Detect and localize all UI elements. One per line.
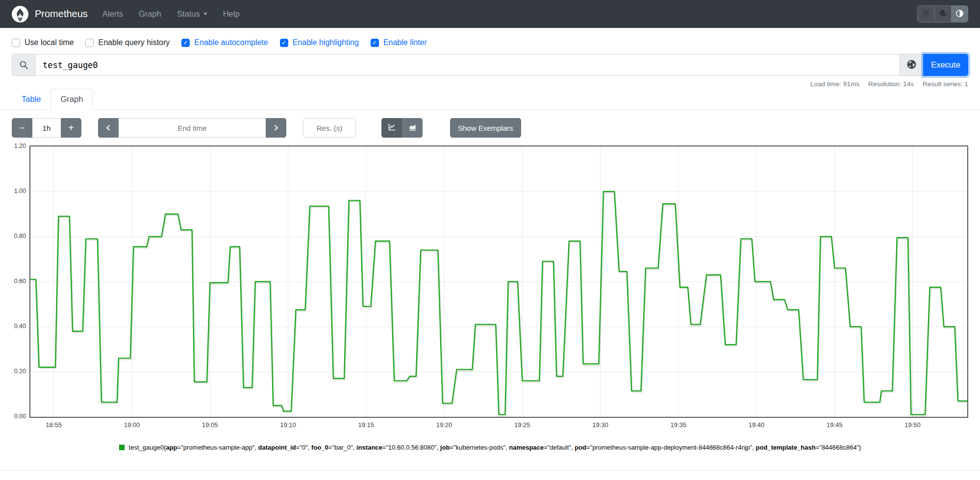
metrics-explorer-button[interactable]: [900, 54, 923, 76]
line-chart-icon: [388, 122, 396, 134]
option-label: Enable query history: [98, 38, 170, 47]
search-icon: [12, 54, 35, 76]
tab-table[interactable]: Table: [12, 89, 50, 110]
y-axis-tick-label: 0.00: [14, 413, 26, 420]
globe-icon: [906, 59, 917, 71]
theme-auto-button[interactable]: [951, 6, 968, 22]
time-back-button[interactable]: [98, 118, 119, 138]
y-axis-tick-label: 0.80: [14, 233, 26, 240]
nav-link-help[interactable]: Help: [223, 9, 240, 19]
query-bar: test_gauge0 Execute: [12, 54, 968, 76]
graph-controls: − +: [0, 110, 980, 138]
x-axis-tick-label: 19:05: [202, 421, 218, 429]
query-options: Use local timeEnable query historyEnable…: [0, 28, 980, 47]
resolution: Resolution: 14s: [868, 80, 914, 88]
prometheus-logo-icon: [12, 6, 28, 23]
line-graph-toggle[interactable]: [381, 118, 402, 138]
duration-control: − +: [12, 118, 81, 138]
use-local-time-checkbox[interactable]: [12, 39, 20, 47]
nav-link-status[interactable]: Status: [177, 9, 207, 19]
enable-autocomplete-checkbox[interactable]: [181, 39, 190, 47]
option-label: Enable autocomplete: [194, 38, 268, 47]
tab-graph[interactable]: Graph: [50, 89, 93, 110]
y-axis-tick-label: 0.20: [14, 368, 26, 375]
x-axis-tick-label: 19:50: [905, 421, 921, 429]
decrease-duration-button[interactable]: −: [12, 118, 32, 138]
option-enable-highlighting: Enable highlighting: [280, 38, 359, 47]
result-series: Result series: 1: [923, 80, 968, 88]
execute-button[interactable]: Execute: [923, 54, 968, 76]
x-axis-tick-label: 19:35: [670, 421, 686, 429]
query-input[interactable]: test_gauge0: [35, 54, 900, 76]
x-axis-tick-label: 19:45: [827, 421, 843, 429]
moon-icon: [939, 9, 947, 19]
chevron-right-icon: [273, 122, 279, 134]
panel-divider: [0, 470, 980, 471]
resolution-input[interactable]: [303, 118, 356, 138]
option-use-local-time: Use local time: [12, 38, 74, 47]
y-axis-tick-label: 1.00: [14, 188, 26, 194]
x-axis-tick-label: 19:10: [280, 421, 296, 429]
x-axis-tick-label: 19:30: [592, 421, 608, 429]
enable-highlighting-checkbox[interactable]: [280, 39, 288, 47]
x-axis-tick-label: 19:20: [436, 421, 452, 429]
time-forward-button[interactable]: [266, 118, 286, 138]
nav-link-graph[interactable]: Graph: [139, 9, 161, 19]
theme-dark-button[interactable]: [934, 6, 951, 22]
theme-light-button[interactable]: [918, 6, 934, 22]
circle-half-icon: [955, 9, 964, 19]
option-enable-query-history: Enable query history: [85, 38, 170, 47]
enable-query-history-checkbox[interactable]: [85, 39, 94, 47]
query-stats: Load time: 91ms Resolution: 14s Result s…: [0, 76, 980, 88]
nav-link-alerts[interactable]: Alerts: [102, 9, 123, 19]
navbar: Prometheus AlertsGraphStatusHelp: [0, 0, 980, 28]
area-chart-icon: [408, 122, 417, 134]
graph-type-toggle: [381, 118, 423, 138]
option-enable-autocomplete: Enable autocomplete: [181, 38, 268, 47]
panel-tabs: TableGraph: [0, 89, 980, 110]
increase-duration-button[interactable]: +: [61, 118, 81, 138]
graph-panel: 0.000.200.400.600.801.001.2018:5519:0019…: [12, 145, 968, 453]
graph-canvas[interactable]: 0.000.200.400.600.801.001.2018:5519:0019…: [29, 145, 968, 418]
load-time: Load time: 91ms: [810, 80, 859, 88]
series-swatch: [119, 445, 125, 450]
sun-icon: [922, 9, 930, 19]
x-axis-tick-label: 19:00: [124, 421, 140, 429]
option-label: Enable linter: [383, 38, 427, 47]
y-axis-tick-label: 0.60: [14, 278, 26, 285]
option-enable-linter: Enable linter: [371, 38, 427, 47]
brand-link[interactable]: Prometheus: [35, 8, 88, 20]
caret-down-icon: [203, 13, 207, 15]
theme-toggle-group: [917, 5, 968, 23]
y-axis-tick-label: 0.40: [14, 323, 26, 330]
chevron-left-icon: [105, 122, 112, 134]
end-time-input[interactable]: [119, 118, 266, 138]
x-axis-tick-label: 19:40: [749, 421, 765, 429]
series-label: test_gauge0{app="prometheus-sample-app",…: [129, 443, 861, 453]
query-expression: test_gauge0: [43, 60, 98, 70]
duration-input[interactable]: [32, 118, 61, 138]
option-label: Use local time: [25, 38, 74, 47]
end-time-control: [98, 118, 286, 138]
x-axis-tick-label: 19:25: [514, 421, 530, 429]
show-exemplars-button[interactable]: Show Exemplars: [450, 118, 521, 138]
enable-linter-checkbox[interactable]: [371, 39, 379, 47]
x-axis-tick-label: 19:15: [358, 421, 374, 429]
legend-item[interactable]: test_gauge0{app="prometheus-sample-app",…: [119, 443, 861, 453]
y-axis-tick-label: 1.20: [14, 143, 26, 149]
x-axis-tick-label: 18:55: [46, 421, 62, 429]
stacked-graph-toggle[interactable]: [402, 118, 423, 138]
option-label: Enable highlighting: [293, 38, 359, 47]
